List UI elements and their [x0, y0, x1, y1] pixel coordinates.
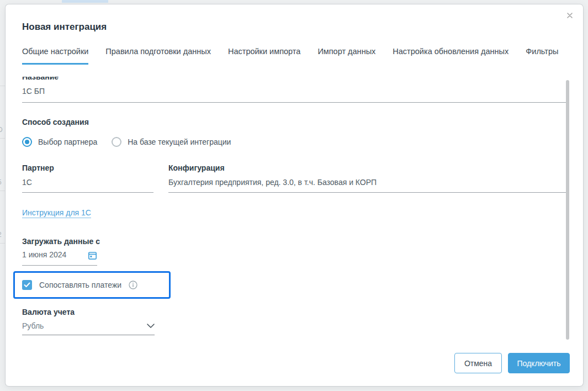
connect-button[interactable]: Подключить	[508, 353, 570, 373]
radio-option-partner[interactable]: Выбор партнера	[22, 137, 97, 147]
radio-option-label: Выбор партнера	[38, 138, 97, 146]
background-text-fragment: 2	[0, 231, 4, 239]
chevron-down-icon	[147, 324, 155, 328]
partner-field-label: Партнер	[22, 164, 153, 172]
new-integration-dialog: Новая интеграция Общие настройки Правила…	[6, 4, 583, 386]
radio-unselected-icon[interactable]	[112, 137, 121, 147]
match-payments-row: Сопоставлять платежи	[22, 280, 137, 290]
currency-value: Рубль	[22, 322, 44, 330]
dialog-title: Новая интеграция	[22, 22, 107, 33]
instruction-link[interactable]: Инструкция для 1С	[22, 209, 91, 218]
close-icon[interactable]	[565, 11, 574, 20]
scrollbar[interactable]	[566, 80, 569, 340]
tab-data-import[interactable]: Импорт данных	[317, 47, 375, 65]
name-field-label: Название	[22, 77, 566, 81]
radio-selected-icon[interactable]	[22, 137, 32, 147]
date-value: 1 июня 2024	[22, 251, 66, 259]
match-payments-checkbox-checked[interactable]	[22, 280, 32, 290]
info-icon[interactable]	[129, 281, 137, 289]
calendar-icon[interactable]	[88, 251, 97, 260]
tab-data-update-settings[interactable]: Настройка обновления данных	[393, 47, 508, 65]
radio-option-label: На базе текущей интеграции	[128, 138, 231, 146]
partner-input[interactable]: 1С	[22, 178, 153, 193]
background-row-divider	[0, 243, 5, 244]
currency-select[interactable]: Рубль	[22, 322, 155, 335]
background-page-edge: D 5 2	[0, 0, 6, 391]
background-row-divider	[0, 138, 5, 139]
cancel-button[interactable]: Отмена	[454, 353, 502, 373]
background-text-fragment: 5	[0, 178, 4, 186]
background-row-divider	[0, 191, 5, 191]
dialog-scroll-content: Название 1С БП Способ создания Выбор пар…	[6, 77, 583, 353]
tab-general-settings[interactable]: Общие настройки	[22, 47, 88, 65]
load-from-label: Загружать данные с	[22, 237, 566, 245]
configuration-field-label: Конфигурация	[168, 164, 566, 172]
date-input[interactable]: 1 июня 2024	[22, 251, 97, 266]
currency-label: Валюта учета	[22, 308, 566, 316]
creation-method-group: Выбор партнера На базе текущей интеграци…	[22, 137, 566, 147]
name-input[interactable]: 1С БП	[22, 87, 566, 103]
partner-config-row: Партнер 1С Конфигурация Бухгалтерия пред…	[22, 164, 566, 193]
background-row-divider	[0, 86, 5, 86]
background-text-fragment: D	[0, 126, 4, 134]
tab-import-settings[interactable]: Настройки импорта	[228, 47, 300, 65]
configuration-input[interactable]: Бухгалтерия предприятия, ред. 3.0, в т.ч…	[168, 178, 566, 193]
tab-data-preparation-rules[interactable]: Правила подготовки данных	[105, 47, 211, 65]
creation-method-label: Способ создания	[22, 118, 566, 126]
tab-filters[interactable]: Фильтры	[526, 47, 558, 65]
tab-bar: Общие настройки Правила подготовки данны…	[22, 47, 558, 65]
background-highlight-strip	[62, 0, 108, 3]
radio-option-based-on-current[interactable]: На базе текущей интеграции	[112, 137, 231, 147]
match-payments-label: Сопоставлять платежи	[39, 281, 121, 289]
